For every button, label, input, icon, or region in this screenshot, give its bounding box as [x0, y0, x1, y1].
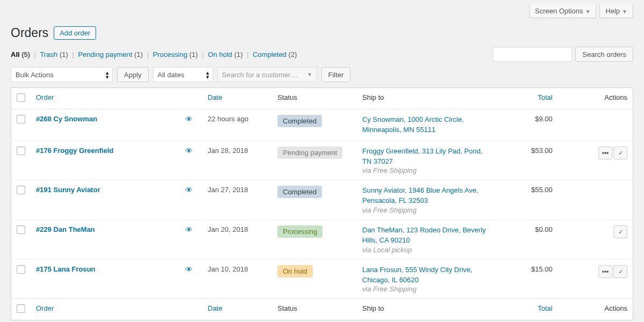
order-link[interactable]: #268 Cy Snowman [36, 115, 97, 123]
table-row: #175 Lana Frosun👁Jan 10, 2018On holdLana… [11, 259, 633, 299]
complete-order-button[interactable]: ✓ [613, 265, 627, 278]
filter-onhold[interactable]: On hold [208, 50, 232, 58]
ship-to-link[interactable]: Sunny Aviator, 1946 Blue Angels Ave, Pen… [362, 186, 478, 204]
order-link[interactable]: #191 Sunny Aviator [36, 186, 100, 194]
more-actions-button[interactable]: ••• [598, 265, 612, 278]
ship-to-link[interactable]: Froggy Greenfield, 313 Lily Pad, Pond, T… [362, 147, 482, 165]
screen-options-label: Screen Options [535, 7, 583, 15]
row-checkbox[interactable] [17, 115, 25, 123]
apply-bulk-button[interactable]: Apply [117, 67, 149, 82]
date-filter-label: All dates [158, 71, 185, 79]
customer-search-select[interactable]: Search for a customer… ▼ [217, 67, 317, 82]
order-date: Jan 28, 2018 [202, 141, 272, 180]
status-badge: Processing [277, 225, 323, 238]
date-filter-select[interactable]: All dates ▴▾ [153, 67, 213, 82]
order-link[interactable]: #229 Dan TheMan [36, 225, 95, 233]
order-total: $53.00 [499, 141, 558, 180]
search-orders-input[interactable] [493, 47, 572, 62]
order-date: Jan 27, 2018 [202, 180, 272, 220]
col-order-header[interactable]: Order [31, 88, 202, 109]
preview-icon[interactable]: 👁 [185, 186, 193, 194]
table-row: #229 Dan TheMan👁Jan 20, 2018ProcessingDa… [11, 220, 633, 260]
row-checkbox[interactable] [17, 147, 25, 155]
order-date: Jan 10, 2018 [202, 259, 272, 299]
status-badge: Completed [277, 186, 322, 198]
ship-via: via Local pickup [362, 246, 494, 254]
filter-button[interactable]: Filter [321, 67, 351, 82]
status-filters: All (5) | Trash (1) | Pending payment (1… [11, 50, 297, 58]
add-order-button[interactable]: Add order [54, 26, 96, 40]
status-badge: Completed [277, 115, 322, 127]
col-actions-footer: Actions [558, 299, 633, 320]
row-checkbox[interactable] [17, 265, 25, 274]
table-row: #268 Cy Snowman👁22 hours agoCompletedCy … [11, 109, 633, 141]
order-total: $55.00 [499, 180, 558, 220]
bulk-actions-select[interactable]: Bulk Actions ▴▾ [11, 67, 113, 82]
screen-options-button[interactable]: Screen Options▼ [529, 4, 597, 18]
customer-placeholder: Search for a customer… [222, 71, 298, 79]
complete-order-button[interactable]: ✓ [613, 225, 627, 238]
help-label: Help [605, 7, 620, 15]
select-arrows-icon: ▴▾ [106, 70, 109, 79]
filter-completed[interactable]: Completed [253, 50, 287, 58]
select-arrows-icon: ▴▾ [206, 70, 209, 79]
orders-table: Order Date Status Ship to Total Actions … [11, 87, 633, 320]
select-all-checkbox[interactable] [17, 93, 25, 102]
filter-pending[interactable]: Pending payment [78, 50, 132, 58]
page-title: Orders [11, 26, 48, 40]
ship-to-link[interactable]: Lana Frosun, 555 Windy City Drive, Chica… [362, 266, 472, 284]
more-actions-button[interactable]: ••• [598, 147, 612, 159]
filter-all[interactable]: All (5) [11, 50, 30, 58]
preview-icon[interactable]: 👁 [185, 115, 193, 123]
col-total-footer[interactable]: Total [499, 299, 558, 320]
row-checkbox[interactable] [17, 225, 25, 234]
order-date: Jan 20, 2018 [202, 220, 272, 260]
complete-order-button[interactable]: ✓ [613, 147, 627, 159]
table-row: #176 Froggy Greenfield👁Jan 28, 2018Pendi… [11, 141, 633, 180]
col-order-footer[interactable]: Order [31, 299, 202, 320]
col-status-footer: Status [272, 299, 357, 320]
status-badge: Pending payment [277, 147, 342, 159]
filter-processing[interactable]: Processing [153, 50, 187, 58]
ship-via: via Free Shipping [362, 166, 494, 174]
ship-to-link[interactable]: Dan TheMan, 123 Rodeo Drive, Beverly Hil… [362, 226, 486, 244]
col-total-header[interactable]: Total [499, 88, 558, 109]
order-link[interactable]: #176 Froggy Greenfield [36, 147, 114, 155]
preview-icon[interactable]: 👁 [185, 225, 193, 234]
col-ship-header: Ship to [357, 88, 499, 109]
col-actions-header: Actions [558, 88, 633, 109]
order-total: $0.00 [499, 220, 558, 260]
order-total: $9.00 [499, 109, 558, 141]
preview-icon[interactable]: 👁 [185, 147, 193, 155]
status-badge: On hold [277, 265, 313, 277]
col-date-footer[interactable]: Date [202, 299, 272, 320]
ship-via: via Free Shipping [362, 206, 494, 214]
ship-via: via Free Shipping [362, 285, 494, 293]
filter-trash[interactable]: Trash [40, 50, 58, 58]
caret-down-icon: ▼ [585, 9, 590, 14]
table-row: #191 Sunny Aviator👁Jan 27, 2018Completed… [11, 180, 633, 220]
search-orders-button[interactable]: Search orders [575, 47, 633, 62]
caret-down-icon: ▼ [308, 72, 312, 77]
col-ship-footer: Ship to [357, 299, 499, 320]
col-status-header: Status [272, 88, 357, 109]
col-date-header[interactable]: Date [202, 88, 272, 109]
row-checkbox[interactable] [17, 186, 25, 194]
help-button[interactable]: Help▼ [599, 4, 633, 18]
order-total: $15.00 [499, 259, 558, 299]
ship-to-link[interactable]: Cy Snowman, 1000 Arctic Circle, Minneapo… [362, 115, 464, 134]
preview-icon[interactable]: 👁 [185, 265, 193, 274]
bulk-actions-label: Bulk Actions [16, 71, 54, 79]
order-date: 22 hours ago [202, 109, 272, 141]
order-link[interactable]: #175 Lana Frosun [36, 265, 96, 273]
caret-down-icon: ▼ [622, 9, 627, 14]
select-all-checkbox-footer[interactable] [17, 304, 25, 313]
